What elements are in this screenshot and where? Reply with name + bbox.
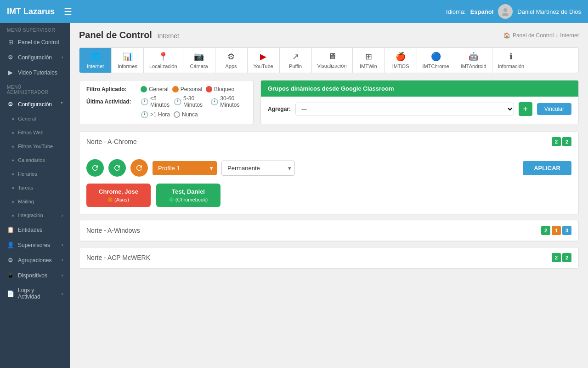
breadcrumb-icon: 🏠 — [503, 32, 510, 39]
tab-label: IMTWin — [360, 63, 377, 69]
classroom-body: Agregar: --- + Vincular — [261, 97, 578, 121]
sidebar-item-horarios[interactable]: » Horarios — [0, 167, 70, 181]
device-name-jose: Chrome, Jose — [93, 188, 144, 195]
sidebar-item-configuracion-sup[interactable]: ⚙ Configuración › — [0, 50, 70, 65]
brand-logo: IMT Lazarus — [7, 7, 55, 17]
sidebar-item-entidades[interactable]: 📋 Entidades — [0, 222, 70, 237]
refresh-orange-icon — [135, 164, 143, 172]
permanente-select-wrap: Permanente — [221, 161, 295, 176]
breadcrumb-item-1[interactable]: Panel de Control — [513, 32, 554, 39]
sidebar-item-label: Supervisores — [18, 242, 50, 248]
breadcrumb-item-2[interactable]: Internet — [560, 32, 579, 39]
sidebar-item-logs-actividad[interactable]: 📄 Logs y Actividad › — [0, 283, 70, 304]
device-sub-jose: (Asus) — [93, 197, 144, 202]
configuracion-admin-icon: ⚙ — [7, 101, 14, 108]
refresh-all-button[interactable] — [86, 159, 104, 177]
tab-visualizacion[interactable]: 🖥 Visualización — [312, 48, 353, 73]
visualizacion-tab-icon: 🖥 — [328, 52, 336, 61]
vincular-button[interactable]: Vincular — [537, 103, 571, 115]
sidebar-item-panel-control[interactable]: ⊞ Panel de Control — [0, 34, 70, 50]
badge-green-2: 2 — [562, 137, 571, 146]
device-card-daniel[interactable]: Test, Daniel (Chromebook) — [156, 184, 220, 207]
filter-item-label: 5-30 Minutos — [183, 95, 207, 108]
tab-imtwin[interactable]: ⊞ IMTWin — [353, 48, 385, 73]
sidebar-item-calendarios[interactable]: » Calendarios — [0, 153, 70, 167]
svg-point-0 — [503, 8, 507, 12]
chevron-down-icon: ˅ — [61, 102, 63, 107]
refresh-orange-button[interactable] — [130, 159, 148, 177]
classroom-select[interactable]: --- — [295, 103, 514, 115]
device-dot-orange-icon — [108, 197, 113, 202]
localizacion-tab-icon: 📍 — [158, 52, 168, 62]
sidebar-item-label: General — [18, 116, 36, 121]
camara-tab-icon: 📷 — [194, 52, 204, 62]
sidebar-item-filtros-youtube[interactable]: » Filtros YouTube — [0, 139, 70, 153]
filter-item-bloqueo: Bloqueo — [206, 86, 234, 92]
filter-item-personal: Personal — [172, 86, 202, 92]
tab-informes[interactable]: 📊 Informes — [112, 48, 144, 73]
tab-informacion[interactable]: ℹ Información — [492, 48, 530, 73]
tab-camara[interactable]: 📷 Cámara — [183, 48, 215, 73]
actividad-row-1: Última Actividad: 🕐 <5 Minutos 🕐 5-30 Mi… — [86, 95, 246, 108]
imtchrome-tab-icon: 🔵 — [431, 52, 441, 62]
device-card-jose[interactable]: Chrome, Jose (Asus) — [86, 184, 151, 207]
tab-youtube[interactable]: ▶ YouTube — [248, 48, 280, 73]
tab-label: IMTChrome — [423, 63, 449, 69]
group-header-awindows: Norte - A-Windows 2 1 3 — [79, 220, 578, 241]
sidebar-item-configuracion-admin[interactable]: ⚙ Configuración ˅ — [0, 97, 70, 112]
badge-awin-green: 2 — [541, 226, 550, 235]
sidebar-item-label: Horarios — [18, 171, 37, 177]
refresh-selected-button[interactable] — [108, 159, 126, 177]
tab-label: Internet — [87, 63, 104, 69]
tab-internet[interactable]: 🌐 Internet — [79, 48, 112, 73]
top-navbar: IMT Lazarus ☰ Idioma: Español Daniel Mar… — [0, 0, 588, 23]
sidebar-section-admin: MENÚ ADMINISTRADOR — [0, 80, 70, 97]
sidebar-item-filtros-web[interactable]: » Filtros Web — [0, 126, 70, 139]
svg-point-1 — [502, 13, 509, 16]
refresh-selected-icon — [113, 164, 121, 172]
filter-item-5min: 🕐 <5 Minutos — [141, 95, 170, 108]
tab-label: Información — [498, 63, 524, 69]
device-dot-green-icon — [169, 197, 174, 202]
arrow-icon: » — [11, 157, 14, 163]
sidebar-item-general[interactable]: » General — [0, 112, 70, 126]
filter-item-label: Bloqueo — [214, 86, 234, 92]
breadcrumb: 🏠 Panel de Control › Internet — [503, 32, 579, 39]
tab-imtchrome[interactable]: 🔵 IMTChrome — [417, 48, 455, 73]
sidebar-item-integracion[interactable]: » Integración › — [0, 208, 70, 222]
sidebar-item-video-tutoriales[interactable]: ▶ Video Tutoriales — [0, 65, 70, 80]
tab-puffin[interactable]: ↗ Puffin — [280, 48, 312, 73]
hamburger-menu[interactable]: ☰ — [64, 6, 72, 17]
tab-localizacion[interactable]: 📍 Localización — [144, 48, 183, 73]
dot-red-icon — [206, 86, 212, 92]
sidebar-item-tareas[interactable]: » Tareas — [0, 181, 70, 195]
aplicar-button[interactable]: APLICAR — [523, 161, 571, 175]
tab-imtios[interactable]: 🍎 IMTiOS — [385, 48, 417, 73]
group-section-achrome: Norte - A-Chrome 2 2 — [79, 131, 579, 214]
imtios-tab-icon: 🍎 — [396, 52, 406, 62]
sidebar-item-supervisores[interactable]: 👤 Supervisores › — [0, 237, 70, 253]
sidebar-item-label: Filtros Web — [18, 130, 43, 135]
filter-item-label: General — [149, 86, 169, 92]
chevron-right-icon: › — [62, 213, 63, 218]
breadcrumb-separator: › — [556, 32, 558, 39]
chevron-right-icon: › — [62, 258, 63, 263]
permanente-select[interactable]: Permanente — [221, 161, 295, 176]
sidebar-item-mailing[interactable]: » Mailing — [0, 195, 70, 208]
sidebar-item-agrupaciones[interactable]: ⚙ Agrupaciones › — [0, 253, 70, 268]
youtube-tab-icon: ▶ — [260, 52, 266, 62]
tab-apps[interactable]: ⚙ Apps — [215, 48, 248, 73]
filter-item-30-60: 🕐 30-60 Minutos — [210, 95, 246, 108]
sidebar-item-dispositivos[interactable]: 📱 Dispositivos › — [0, 268, 70, 283]
add-classroom-button[interactable]: + — [519, 102, 532, 116]
profile-select[interactable]: Profile 1 — [153, 161, 217, 175]
chevron-right-icon: › — [62, 242, 63, 247]
tab-imtandroid[interactable]: 🤖 IMTAndroid — [455, 48, 492, 73]
navbar-left: IMT Lazarus ☰ — [7, 6, 72, 17]
sidebar-item-label: Configuración — [18, 101, 52, 108]
agrupaciones-icon: ⚙ — [7, 257, 14, 264]
profile-select-wrap: Profile 1 — [153, 161, 217, 175]
sidebar-item-label: Logs y Actividad — [18, 287, 58, 300]
avatar — [498, 4, 513, 19]
filtro-row: Filtro Aplicado: General Personal Bloque… — [86, 86, 246, 92]
